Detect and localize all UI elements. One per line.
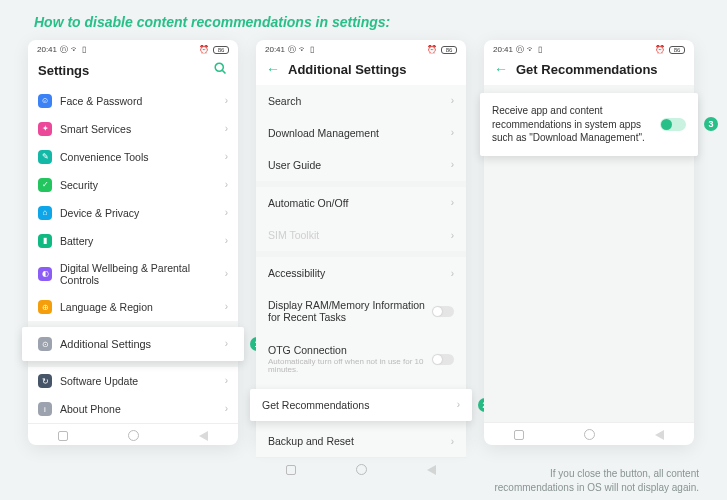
chevron-right-icon: › [225,179,228,191]
nav-bar [28,423,238,446]
settings-item-icon: ↻ [38,374,52,388]
chevron-right-icon: › [225,123,228,135]
settings-item[interactable]: ▮Battery› [28,227,238,255]
settings-item-label: Additional Settings [60,338,219,351]
settings-item-label: Battery [60,235,219,247]
settings-item-label: Device & Privacy [60,207,219,219]
alarm-icon: ⏰ [199,45,209,54]
wifi-icon: ᯤ [527,45,535,54]
header: Settings [28,57,238,87]
phone-get-recommendations: 20:41 ⓝ ᯤ ▯ ⏰ 86 ← Get Recommendations R… [484,40,694,445]
alarm-icon: ⏰ [427,45,437,54]
settings-item-label: Face & Password [60,95,219,107]
nav-back-icon[interactable] [655,430,664,440]
settings-item[interactable]: ☺Face & Password› [28,87,238,115]
additional-settings-item-label: Display RAM/Memory Information for Recen… [268,299,432,323]
additional-settings-item[interactable]: Download Management› [256,117,466,149]
additional-settings-item[interactable]: User Guide› [256,149,466,181]
status-time: 20:41 [37,45,57,54]
nav-back-icon[interactable] [199,431,208,441]
settings-item-icon: ✦ [38,122,52,136]
settings-item[interactable]: ✦Smart Services› [28,115,238,143]
settings-item-icon: ⊙ [38,337,52,351]
chevron-right-icon: › [225,375,228,387]
additional-settings-item[interactable]: Backup and Reset› [256,425,466,457]
additional-settings-item[interactable]: Search› [256,85,466,117]
settings-item[interactable]: ◐Digital Wellbeing & Parental Controls› [28,255,238,293]
additional-settings-item[interactable]: SIM Toolkit› [256,219,466,251]
nav-recent-icon[interactable] [286,465,296,475]
alarm-icon: ⏰ [655,45,665,54]
settings-item[interactable]: ✓Security› [28,171,238,199]
recommendations-body: Receive app and content recommendations … [484,85,694,422]
status-time: 20:41 [265,45,285,54]
settings-list: ☺Face & Password›✦Smart Services›✎Conven… [28,87,238,423]
settings-item-label: Convenience Tools [60,151,219,163]
chevron-right-icon: › [451,159,454,171]
settings-item[interactable]: ⊕Language & Region› [28,293,238,321]
settings-item-icon: ◐ [38,267,52,281]
settings-item-get-recommendations[interactable]: Get Recommendations›2 [250,389,472,421]
signal-icon: ▯ [310,45,314,54]
header: ← Get Recommendations [484,57,694,85]
instruction-banner: How to disable content recommendations i… [0,0,727,40]
footer-note: If you close the button, all content rec… [494,467,699,494]
search-icon[interactable] [213,61,228,79]
battery-icon: 86 [441,46,457,54]
chevron-right-icon: › [457,399,460,411]
svg-line-1 [222,70,225,73]
settings-item[interactable]: ↻Software Update› [28,367,238,395]
nav-recent-icon[interactable] [58,431,68,441]
additional-settings-item[interactable]: OTG ConnectionAutomatically turn off whe… [256,334,466,386]
phone-row: 20:41 ⓝ ᯤ ▯ ⏰ 86 Settings ☺Face & Passwo… [0,40,727,445]
additional-settings-item[interactable]: Automatic On/Off› [256,187,466,219]
chevron-right-icon: › [451,127,454,139]
recommendation-toggle[interactable] [660,118,686,131]
chevron-right-icon: › [225,301,228,313]
nav-bar [256,457,466,480]
settings-item-label: Language & Region [60,301,219,313]
nav-back-icon[interactable] [427,465,436,475]
chevron-right-icon: › [451,230,454,242]
wifi-icon: ᯤ [299,45,307,54]
settings-item-label: Smart Services [60,123,219,135]
additional-settings-item-label: SIM Toolkit [268,229,445,241]
nav-home-icon[interactable] [584,429,595,440]
settings-item[interactable]: ✎Convenience Tools› [28,143,238,171]
step-badge-3: 3 [704,117,718,131]
status-bar: 20:41 ⓝ ᯤ ▯ ⏰ 86 [256,40,466,57]
back-icon[interactable]: ← [494,61,508,77]
signal-icon: ▯ [538,45,542,54]
recommendation-toggle-card: Receive app and content recommendations … [480,93,698,156]
settings-item-icon: ⊕ [38,300,52,314]
additional-settings-item-label: OTG ConnectionAutomatically turn off whe… [268,344,432,376]
chevron-right-icon: › [225,338,228,350]
nav-home-icon[interactable] [128,430,139,441]
page-title: Get Recommendations [516,62,658,77]
status-time: 20:41 [493,45,513,54]
page-title: Additional Settings [288,62,406,77]
settings-item-icon: ☺ [38,94,52,108]
chevron-right-icon: › [225,403,228,415]
additional-settings-item[interactable]: Accessibility› [256,257,466,289]
settings-item-additional-settings[interactable]: ⊙Additional Settings›1 [22,327,244,361]
settings-item[interactable]: ⌂Device & Privacy› [28,199,238,227]
additional-settings-list: Search›Download Management›User Guide›Au… [256,85,466,457]
additional-settings-item[interactable]: Display RAM/Memory Information for Recen… [256,289,466,333]
toggle[interactable] [432,306,454,317]
additional-settings-item-label: Download Management [268,127,445,139]
recommendation-toggle-label: Receive app and content recommendations … [492,104,650,145]
settings-item-icon: ▮ [38,234,52,248]
toggle[interactable] [432,354,454,365]
settings-item-icon: ⌂ [38,206,52,220]
nav-recent-icon[interactable] [514,430,524,440]
wifi-icon: ᯤ [71,45,79,54]
nfc-icon: ⓝ [60,44,68,55]
nfc-icon: ⓝ [288,44,296,55]
back-icon[interactable]: ← [266,61,280,77]
settings-item[interactable]: iAbout Phone› [28,395,238,423]
nav-home-icon[interactable] [356,464,367,475]
svg-point-0 [215,63,223,71]
nfc-icon: ⓝ [516,44,524,55]
nav-bar [484,422,694,445]
